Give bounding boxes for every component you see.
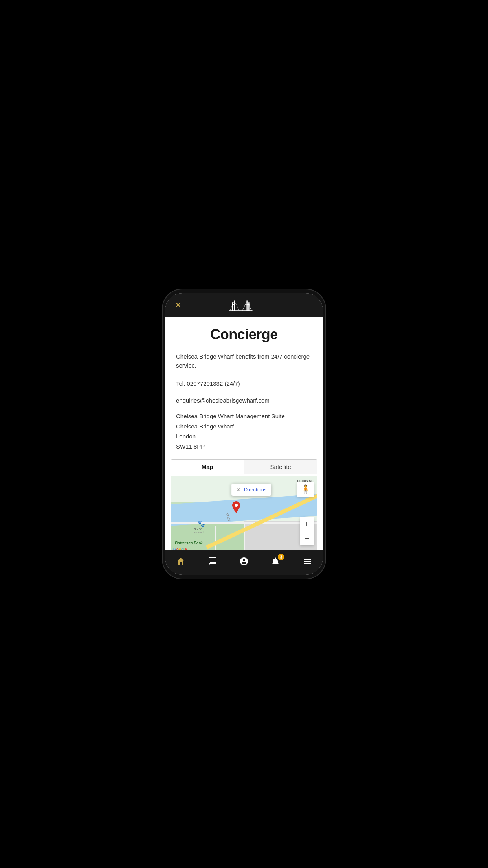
svg-line-9 [235, 301, 239, 311]
nav-profile[interactable] [235, 553, 253, 572]
svg-rect-3 [232, 307, 235, 307]
person-icon: 🧍 [300, 484, 311, 495]
directions-link[interactable]: Directions [244, 487, 267, 493]
map-container: Map Satellite [171, 459, 317, 550]
svg-rect-5 [248, 302, 249, 311]
road-v2 [244, 522, 245, 550]
nav-notifications[interactable]: 3 [266, 553, 285, 572]
svg-rect-2 [232, 304, 235, 305]
svg-rect-1 [232, 302, 233, 311]
svg-rect-7 [246, 307, 249, 307]
nav-home[interactable] [171, 553, 190, 572]
home-icon [176, 557, 185, 568]
tab-map[interactable]: Map [171, 460, 244, 474]
zoom-out-button[interactable]: − [300, 531, 314, 545]
app-logo [228, 298, 260, 312]
address-line-2: Chelsea Bridge Wharf [176, 421, 312, 432]
menu-icon [303, 557, 312, 568]
page-title: Concierge [165, 317, 323, 349]
paw-icon: 🐾 [197, 520, 205, 528]
zoo-label: s Zooclosed [194, 527, 204, 534]
app-header: ✕ [165, 293, 323, 317]
phone-frame: ✕ [163, 289, 325, 579]
svg-rect-6 [246, 304, 249, 305]
svg-rect-12 [229, 310, 253, 311]
phone-inner: ✕ [165, 293, 323, 575]
google-logo: Google [173, 547, 187, 550]
close-button[interactable]: ✕ [172, 299, 184, 311]
address-line-1: Chelsea Bridge Wharf Management Suite [176, 411, 312, 421]
road-v1 [215, 526, 216, 550]
telephone-text: Tel: 02077201332 (24/7) [165, 373, 323, 390]
svg-line-10 [242, 301, 247, 311]
address-block: Chelsea Bridge Wharf Management Suite Ch… [165, 406, 323, 459]
profile-icon [239, 557, 249, 568]
bottom-navigation: 3 [165, 550, 323, 575]
map-background: Lupus St URCHILLGARDENS Battersea Park N… [171, 476, 317, 550]
description-text: Chelsea Bridge Wharf benefits from 24/7 … [165, 349, 323, 373]
email-text: enquiries@chesleabrisgewharf.com [165, 390, 323, 407]
map-location-pin [232, 501, 240, 515]
popup-close-button[interactable]: ✕ [236, 487, 241, 493]
nav-chat[interactable] [203, 553, 222, 572]
map-body[interactable]: Lupus St URCHILLGARDENS Battersea Park N… [171, 476, 317, 550]
svg-point-13 [235, 504, 238, 507]
page-content: Concierge Chelsea Bridge Wharf benefits … [165, 317, 323, 550]
zoom-in-button[interactable]: + [300, 517, 314, 531]
map-tabs: Map Satellite [171, 460, 317, 474]
logo-svg [228, 298, 260, 312]
chat-icon [208, 557, 217, 568]
address-line-4: SW11 8PP [176, 441, 312, 452]
tab-satellite[interactable]: Satellite [244, 460, 317, 474]
street-view-button[interactable]: 🧍 [297, 482, 314, 497]
notification-badge: 3 [278, 554, 284, 560]
zoom-controls: + − [300, 517, 314, 545]
directions-popup: ✕ Directions [231, 484, 272, 496]
address-line-3: London [176, 431, 312, 441]
battersea-park-label: Battersea Park [175, 541, 202, 545]
nav-menu[interactable] [298, 553, 317, 572]
